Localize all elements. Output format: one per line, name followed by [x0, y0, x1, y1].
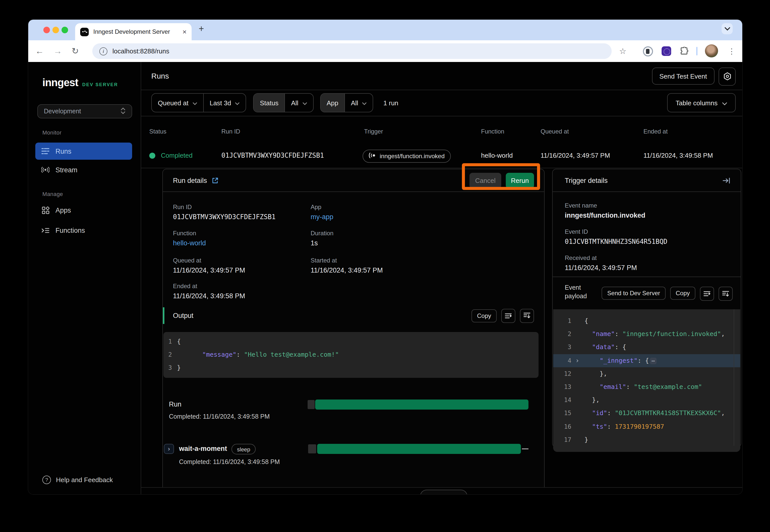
- line-number: 4: [553, 354, 571, 367]
- time-field-filter[interactable]: Queued at Last 3d: [151, 93, 246, 112]
- send-test-event-button[interactable]: Send Test Event: [652, 68, 715, 85]
- field-label: Duration: [311, 230, 334, 237]
- code-token: }: [177, 364, 181, 371]
- status-dot: [149, 153, 155, 159]
- step-type-badge: sleep: [232, 444, 256, 454]
- scroll-to-bottom-icon[interactable]: [520, 309, 534, 323]
- word-wrap-icon[interactable]: [501, 309, 515, 323]
- column-header: Queued at: [540, 128, 569, 135]
- collapsed-ellipsis[interactable]: ⋯: [650, 357, 656, 364]
- browser-tab[interactable]: Inngest Development Server ×: [75, 23, 191, 40]
- code-token: {: [585, 317, 588, 324]
- code-token: {: [177, 338, 181, 345]
- status-filter-value[interactable]: All: [284, 94, 313, 112]
- output-header: Output Copy: [163, 307, 544, 324]
- row-run-id[interactable]: 01JCVBTMV3WXY9D3CFDEJFZSB1: [222, 152, 324, 159]
- app-link[interactable]: my-app: [311, 213, 333, 221]
- function-link[interactable]: hello-world: [173, 239, 206, 247]
- profile-avatar[interactable]: [705, 44, 718, 57]
- output-code-block[interactable]: 1{ 2"message": "Hello test@example.com!"…: [163, 332, 538, 378]
- payload-copy-button[interactable]: Copy: [670, 287, 695, 300]
- new-tab-button[interactable]: +: [199, 24, 204, 34]
- logo-row: inngest DEV SERVER: [42, 77, 118, 89]
- sidebar-item-stream[interactable]: Stream: [35, 161, 132, 178]
- column-header: Status: [149, 128, 166, 135]
- tab-close-icon[interactable]: ×: [182, 28, 186, 36]
- field-ended-at: Ended at 11/16/2024, 3:49:58 PM: [173, 283, 245, 300]
- cutoff-bottom-button[interactable]: [420, 490, 467, 494]
- page-title: Runs: [151, 72, 169, 80]
- field-app: App my-app: [311, 204, 333, 221]
- queued-at-filter-label: Queued at: [158, 99, 188, 107]
- field-queued-at: Queued at 11/16/2024, 3:49:57 PM: [173, 257, 245, 274]
- step-timeline-bar[interactable]: [317, 444, 521, 454]
- run-bar-stub: [308, 400, 315, 409]
- toolbar-divider: [696, 47, 697, 55]
- run-details-panel: Run details Cancel Rerun Run ID 01JCVBTM…: [162, 169, 544, 487]
- event-payload-code-block[interactable]: 1{ 2"name": "inngest/function.invoked", …: [553, 309, 740, 452]
- reload-icon[interactable]: ↻: [72, 40, 79, 62]
- table-row[interactable]: Completed 01JCVBTMV3WXY9D3CFDEJFZSB1 inn…: [141, 144, 742, 168]
- external-link-icon[interactable]: [212, 177, 218, 184]
- environment-selector[interactable]: Development: [37, 104, 132, 118]
- collapse-panel-icon[interactable]: [723, 177, 731, 184]
- dev-server-badge: DEV SERVER: [82, 82, 118, 87]
- browser-menu-icon[interactable]: ⋮: [725, 40, 738, 62]
- code-line: 2"name": "inngest/function.invoked",: [553, 327, 740, 341]
- line-number: 2: [163, 348, 172, 361]
- table-columns-button[interactable]: Table columns: [667, 93, 736, 112]
- code-token: ,: [721, 409, 725, 417]
- window-close-button[interactable]: [43, 27, 50, 33]
- main-content: Runs Send Test Event Queued at: [141, 62, 742, 494]
- code-line: 15"id": "01JCVBTMTKR41S8STTKEXSKX6C",: [553, 407, 740, 420]
- settings-gear-icon[interactable]: [719, 68, 736, 86]
- code-token: ,: [721, 330, 725, 338]
- field-value: 01JCVBTMV3WXY9D3CFDEJFZSB1: [173, 213, 276, 221]
- field-event-id: Event ID 01JCVBTMTKNHNHZ3SN64R51BQD: [565, 228, 667, 245]
- runs-list-icon: [41, 147, 49, 155]
- forward-icon[interactable]: →: [53, 40, 62, 62]
- field-label: Run ID: [173, 204, 276, 211]
- event-signal-icon: [369, 152, 376, 160]
- sidebar-item-functions[interactable]: Functions: [35, 222, 132, 239]
- help-and-feedback[interactable]: ? Help and Feedback: [42, 476, 113, 484]
- window-minimize-button[interactable]: [52, 27, 59, 33]
- event-payload-title: Event payload: [565, 284, 595, 301]
- fold-chevron-icon[interactable]: ›: [575, 354, 580, 367]
- app-filter-value[interactable]: All: [344, 94, 373, 112]
- status-filter[interactable]: Status All: [254, 93, 314, 112]
- time-range-filter[interactable]: Last 3d: [203, 94, 246, 112]
- field-duration: Duration 1s: [311, 230, 334, 247]
- code-line: 13"email": "test@example.com": [553, 380, 740, 393]
- scroll-to-bottom-icon[interactable]: [719, 287, 733, 301]
- trigger-badge[interactable]: inngest/function.invoked: [363, 150, 451, 163]
- sidebar-item-apps[interactable]: Apps: [35, 202, 132, 219]
- site-info-icon[interactable]: i: [99, 47, 107, 55]
- address-bar[interactable]: i localhost:8288/runs: [92, 43, 612, 59]
- code-token: "data": [592, 343, 615, 351]
- line-number: 1: [163, 335, 172, 348]
- back-icon[interactable]: ←: [35, 40, 44, 62]
- run-details-title: Run details: [173, 177, 207, 184]
- code-token: },: [592, 396, 600, 404]
- extensions-puzzle-icon[interactable]: [678, 40, 691, 62]
- extension-icon[interactable]: [660, 40, 673, 62]
- password-manager-icon[interactable]: [642, 40, 655, 62]
- browser-tabstrip: Inngest Development Server × +: [28, 20, 742, 40]
- bookmark-star-icon[interactable]: ☆: [616, 40, 629, 62]
- send-to-dev-server-button[interactable]: Send to Dev Server: [602, 287, 666, 300]
- word-wrap-icon[interactable]: [700, 287, 714, 301]
- app-filter[interactable]: App All: [320, 93, 373, 112]
- step-expand-chevron-icon[interactable]: ›: [164, 444, 174, 454]
- output-copy-button[interactable]: Copy: [471, 309, 497, 322]
- sidebar-item-runs[interactable]: Runs: [35, 143, 132, 160]
- step-bar-stub: [308, 444, 316, 453]
- tab-search-chevron-icon[interactable]: [722, 23, 733, 34]
- code-line-collapsed[interactable]: 4›"_inngest": {⋯: [553, 354, 740, 367]
- window-zoom-button[interactable]: [61, 27, 68, 33]
- step-name: wait-a-moment: [179, 445, 227, 452]
- payload-scrollbar[interactable]: [734, 309, 734, 446]
- queued-at-filter[interactable]: Queued at: [152, 94, 203, 112]
- row-queued-at: 11/16/2024, 3:49:57 PM: [540, 152, 610, 159]
- run-timeline-bar[interactable]: [315, 400, 528, 410]
